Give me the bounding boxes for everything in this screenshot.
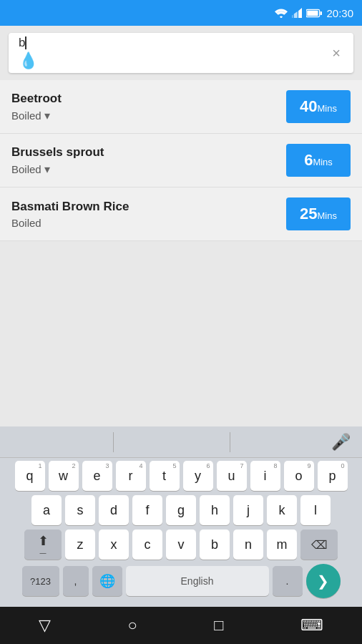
status-time: 20:30 [326, 7, 353, 19]
food-info: Beetroot Boiled ▾ [11, 92, 286, 122]
time-button[interactable]: 6Mins [286, 144, 351, 177]
recent-apps-button[interactable]: □ [214, 616, 223, 635]
key-k[interactable]: k [267, 495, 297, 525]
food-name: Brussels sprout [11, 145, 286, 160]
key-j[interactable]: j [233, 495, 263, 525]
food-method[interactable]: Boiled ▾ [11, 109, 286, 122]
food-name: Basmati Brown Rice [11, 200, 286, 214]
time-unit: Mins [318, 103, 337, 114]
time-number: 25 [300, 205, 317, 223]
food-item: Basmati Brown Rice Boiled 25Mins [0, 187, 362, 241]
period-key[interactable]: . [273, 566, 303, 596]
key-e[interactable]: 3e [82, 461, 112, 491]
food-list: Beetroot Boiled ▾ 40Mins Brussels sprout… [0, 80, 362, 241]
time-button[interactable]: 40Mins [286, 90, 351, 123]
method-label: Boiled [11, 163, 41, 175]
battery-icon [306, 9, 322, 18]
food-method[interactable]: Boiled ▾ [11, 162, 286, 176]
search-bar[interactable]: b 💧 × [9, 33, 353, 73]
key-n[interactable]: n [233, 530, 263, 560]
key-p[interactable]: 0p [318, 461, 348, 491]
svg-marker-1 [294, 11, 298, 18]
back-button[interactable]: ▽ [39, 616, 51, 635]
search-text: b [19, 36, 329, 50]
key-y[interactable]: 6y [183, 461, 213, 491]
microphone-icon[interactable]: 🎤 [331, 433, 351, 452]
search-content: b 💧 [19, 36, 329, 70]
key-g[interactable]: g [166, 495, 196, 525]
status-icons: 20:30 [275, 7, 353, 19]
time-number: 6 [304, 151, 313, 169]
food-item: Brussels sprout Boiled ▾ 6Mins [0, 134, 362, 187]
dropdown-arrow-icon: ▾ [44, 162, 50, 176]
key-l[interactable]: l [300, 495, 331, 525]
shift-key[interactable]: ⬆— [24, 530, 62, 560]
time-button[interactable]: 25Mins [286, 197, 351, 230]
key-t[interactable]: 5t [150, 461, 180, 491]
svg-marker-0 [299, 8, 303, 18]
key-m[interactable]: m [267, 530, 297, 560]
keyboard-rows: 1q 2w 3e 4r 5t 6y 7u 8i 9o 0p a s d f g … [0, 458, 362, 607]
home-button[interactable]: ○ [127, 616, 137, 635]
clear-button[interactable]: × [329, 42, 343, 64]
key-r[interactable]: 4r [116, 461, 146, 491]
key-c[interactable]: c [132, 530, 162, 560]
wifi-icon [275, 8, 288, 18]
key-s[interactable]: s [65, 495, 95, 525]
food-info: Basmati Brown Rice Boiled [11, 200, 286, 229]
time-unit: Mins [318, 210, 337, 221]
symbols-key[interactable]: ?123 [22, 566, 59, 596]
delete-key[interactable]: ⌫ [300, 530, 338, 560]
comma-key[interactable]: , [63, 566, 89, 596]
time-number: 40 [300, 97, 317, 115]
key-row-1: 1q 2w 3e 4r 5t 6y 7u 8i 9o 0p [1, 461, 361, 491]
food-item: Beetroot Boiled ▾ 40Mins [0, 80, 362, 134]
keyboard: 🎤 1q 2w 3e 4r 5t 6y 7u 8i 9o 0p a s d f … [0, 426, 362, 607]
signal-icon [292, 8, 302, 18]
space-key[interactable]: English [126, 566, 269, 596]
bottom-nav: ▽ ○ □ ⌨ [0, 607, 362, 644]
key-q[interactable]: 1q [15, 461, 45, 491]
key-v[interactable]: v [166, 530, 196, 560]
go-key[interactable]: ❯ [306, 564, 341, 598]
key-o[interactable]: 9o [284, 461, 314, 491]
method-label: Boiled [11, 217, 41, 229]
key-u[interactable]: 7u [217, 461, 247, 491]
keyboard-button[interactable]: ⌨ [300, 616, 323, 635]
time-unit: Mins [313, 157, 332, 167]
method-label: Boiled [11, 109, 41, 122]
key-a[interactable]: a [31, 495, 62, 525]
food-name: Beetroot [11, 92, 286, 106]
dropdown-arrow-icon: ▾ [44, 109, 50, 122]
key-f[interactable]: f [132, 495, 162, 525]
svg-rect-5 [308, 10, 318, 16]
water-drop-icon: 💧 [19, 52, 329, 70]
status-bar: 20:30 [0, 0, 362, 26]
keyboard-toolbar: 🎤 [0, 426, 362, 458]
key-h[interactable]: h [200, 495, 230, 525]
text-cursor [25, 36, 26, 49]
key-row-4: ?123 , 🌐 English . ❯ [1, 564, 361, 598]
key-row-3: ⬆— z x c v b n m ⌫ [1, 530, 361, 560]
key-b[interactable]: b [200, 530, 230, 560]
key-z[interactable]: z [65, 530, 95, 560]
globe-key[interactable]: 🌐 [92, 566, 122, 596]
key-x[interactable]: x [99, 530, 129, 560]
key-i[interactable]: 8i [250, 461, 280, 491]
svg-rect-4 [321, 11, 323, 14]
svg-marker-2 [292, 15, 293, 18]
food-info: Brussels sprout Boiled ▾ [11, 145, 286, 176]
key-d[interactable]: d [99, 495, 129, 525]
key-row-2: a s d f g h j k l [1, 495, 361, 525]
key-w[interactable]: 2w [49, 461, 79, 491]
food-method: Boiled [11, 217, 286, 229]
search-value: b [19, 36, 25, 49]
